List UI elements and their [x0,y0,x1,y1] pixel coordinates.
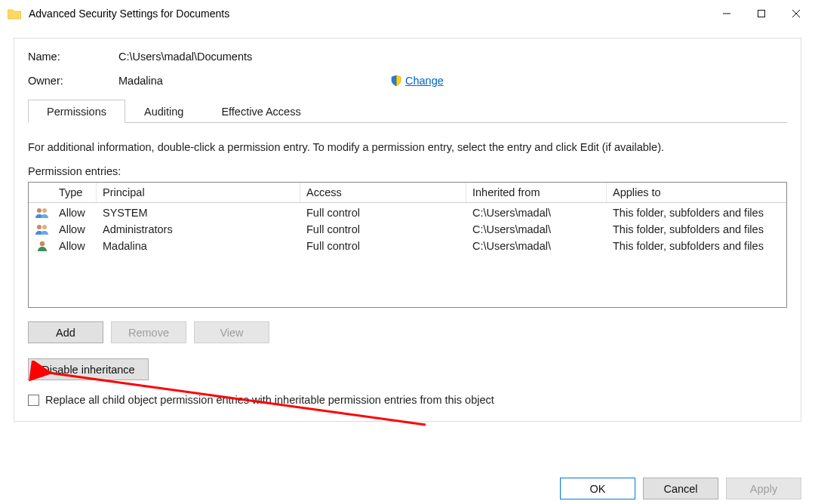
replace-children-row: Replace all child object permission entr… [28,394,787,406]
disable-inheritance-button[interactable]: Disable inheritance [28,358,149,380]
maximize-button[interactable] [744,2,779,25]
titlebar: Advanced Security Settings for Documents [0,0,815,27]
dialog-buttons: OK Cancel Apply [560,478,801,499]
col-type-header[interactable]: Type [53,183,97,202]
svg-point-4 [37,208,42,213]
table-row[interactable]: AllowAdministratorsFull controlC:\Users\… [29,221,786,238]
col-access-header[interactable]: Access [300,183,466,202]
cell-principal: Administrators [97,223,300,235]
svg-point-5 [42,208,47,213]
principal-icon [29,223,53,235]
cell-inherited: C:\Users\madal\ [466,207,607,219]
cell-access: Full control [300,207,466,219]
folder-icon [8,8,21,20]
col-principal-header[interactable]: Principal [97,183,300,202]
tab-strip: Permissions Auditing Effective Access [28,99,787,123]
hint-text: For additional information, double-click… [28,141,787,153]
replace-children-checkbox[interactable] [28,395,39,406]
name-value: C:\Users\madal\Documents [118,51,252,63]
svg-rect-1 [758,11,765,17]
svg-point-6 [37,225,42,229]
cell-access: Full control [300,223,466,235]
cell-inherited: C:\Users\madal\ [466,223,607,235]
window-title: Advanced Security Settings for Documents [29,8,229,20]
table-row[interactable]: AllowSYSTEMFull controlC:\Users\madal\Th… [29,204,786,221]
cancel-button[interactable]: Cancel [643,478,718,499]
cell-type: Allow [53,240,97,252]
cell-type: Allow [53,223,97,235]
cell-inherited: C:\Users\madal\ [466,240,607,252]
ok-button[interactable]: OK [560,478,635,499]
apply-button: Apply [726,478,801,499]
remove-button: Remove [111,321,186,343]
view-button: View [194,321,269,343]
tab-auditing[interactable]: Auditing [125,100,202,123]
tab-effective-access[interactable]: Effective Access [202,100,319,123]
window-controls [709,2,813,25]
col-applies-header[interactable]: Applies to [607,183,786,202]
change-owner-link[interactable]: Change [405,75,444,87]
permission-table-header: Type Principal Access Inherited from App… [29,183,786,203]
minimize-button[interactable] [709,2,744,25]
svg-point-7 [42,225,47,229]
cell-type: Allow [53,207,97,219]
principal-icon [29,207,53,219]
permission-table: Type Principal Access Inherited from App… [28,182,787,308]
cell-applies: This folder, subfolders and files [607,240,786,252]
shield-icon [390,75,402,87]
table-row[interactable]: AllowMadalinaFull controlC:\Users\madal\… [29,238,786,254]
col-inherited-header[interactable]: Inherited from [466,183,607,202]
svg-point-8 [40,241,45,246]
principal-icon [29,240,53,252]
permission-table-body: AllowSYSTEMFull controlC:\Users\madal\Th… [29,203,786,307]
tab-permissions[interactable]: Permissions [28,100,125,123]
owner-value: Madalina [118,75,390,87]
entry-buttons: Add Remove View [28,321,787,343]
replace-children-label: Replace all child object permission entr… [45,394,494,406]
permission-entries-heading: Permission entries: [28,165,787,177]
dialog-body: Name: C:\Users\madal\Documents Owner: Ma… [14,38,801,422]
cell-applies: This folder, subfolders and files [607,223,786,235]
cell-principal: SYSTEM [97,207,300,219]
cell-applies: This folder, subfolders and files [607,207,786,219]
cell-access: Full control [300,240,466,252]
name-row: Name: C:\Users\madal\Documents [28,51,787,63]
owner-row: Owner: Madalina Change [28,75,787,87]
add-button[interactable]: Add [28,321,103,343]
owner-label: Owner: [28,75,118,87]
name-label: Name: [28,51,118,63]
cell-principal: Madalina [97,240,300,252]
close-button[interactable] [779,2,813,25]
